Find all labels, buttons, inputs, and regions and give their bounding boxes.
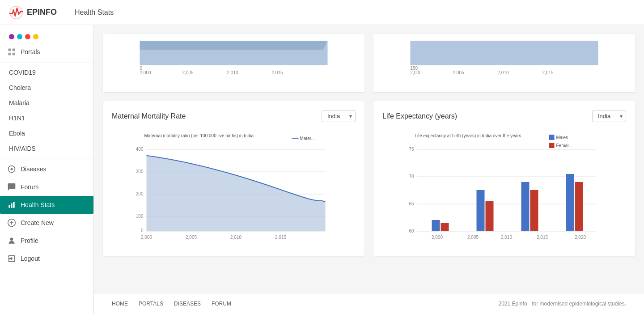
sidebar-dots [0, 29, 93, 43]
sidebar-disease-covid19[interactable]: COVID19 [0, 65, 93, 80]
logout-icon [7, 254, 16, 263]
svg-text:0: 0 [140, 66, 143, 71]
svg-text:2,000: 2,000 [411, 70, 422, 75]
svg-text:100: 100 [136, 214, 144, 219]
top-chart-left: 2,000 2,005 2,010 2,015 0 [103, 34, 364, 92]
svg-rect-45 [549, 143, 555, 148]
sidebar-dot [9, 34, 14, 39]
svg-text:2,000: 2,000 [140, 70, 151, 75]
svg-rect-62 [575, 182, 583, 231]
sidebar-item-portals[interactable]: Portals [0, 43, 93, 61]
svg-rect-7 [11, 204, 12, 208]
health-stats-label: Health Stats [21, 201, 55, 208]
diseases-icon [7, 165, 16, 174]
svg-text:2,005: 2,005 [186, 235, 197, 240]
sidebar-disease-cholera[interactable]: Cholera [0, 80, 93, 95]
svg-text:2,000: 2,000 [141, 235, 152, 240]
svg-text:Life expectancy at birth (year: Life expectancy at birth (years) in Indi… [415, 133, 523, 138]
svg-rect-59 [521, 182, 530, 231]
sidebar-item-diseases[interactable]: Diseases [0, 160, 93, 178]
svg-text:2,010: 2,010 [230, 235, 242, 240]
svg-text:2,015: 2,015 [275, 235, 286, 240]
maternal-dropdown-wrapper[interactable]: India China USA Brazil [322, 110, 356, 122]
svg-rect-60 [530, 190, 538, 231]
svg-rect-8 [13, 202, 14, 208]
svg-text:60: 60 [409, 229, 414, 233]
profile-label: Profile [21, 237, 38, 244]
sidebar-item-forum[interactable]: Forum [0, 178, 93, 196]
svg-text:2,005: 2,005 [182, 70, 194, 75]
svg-text:2,015: 2,015 [537, 235, 548, 240]
sidebar-dot [25, 34, 30, 39]
maternal-chart-svg: Maternal mortality ratio (per 100 000 li… [112, 129, 356, 246]
svg-rect-19 [411, 41, 598, 65]
forum-icon [7, 182, 16, 191]
profile-icon [7, 236, 16, 245]
svg-text:2,015: 2,015 [542, 70, 554, 75]
svg-rect-3 [8, 53, 11, 55]
svg-rect-2 [13, 49, 15, 51]
svg-rect-1 [8, 49, 11, 51]
diseases-label: Diseases [21, 165, 47, 173]
svg-text:2,000: 2,000 [432, 235, 443, 240]
footer-link-diseases[interactable]: DISEASES [174, 301, 201, 307]
sidebar-item-health-stats[interactable]: Health Stats [0, 196, 93, 214]
app-name: EPINFO [27, 8, 57, 17]
svg-text:2,010: 2,010 [501, 235, 512, 240]
layout: Portals COVID19 Cholera Malaria H1N1 Ebo… [0, 25, 644, 293]
sidebar-dot [33, 34, 38, 39]
create-icon [7, 218, 16, 227]
svg-text:75: 75 [409, 147, 414, 152]
svg-rect-57 [477, 190, 485, 231]
top-chart-left-svg: 2,000 2,005 2,010 2,015 0 [112, 38, 356, 79]
svg-text:2,020: 2,020 [575, 235, 586, 240]
life-expectancy-country-select[interactable]: India China USA Brazil [592, 110, 626, 122]
life-expectancy-header: Life Expectancy (years) India China USA … [382, 110, 626, 122]
logout-label: Logout [21, 255, 40, 262]
life-expectancy-card: Life Expectancy (years) India China USA … [373, 101, 635, 256]
main-charts-grid: Maternal Mortality Rate India China USA … [103, 101, 635, 256]
sidebar-disease-ebola[interactable]: Ebola [0, 126, 93, 141]
sidebar-divider-2 [0, 158, 93, 158]
footer: HOME PORTALS DISEASES FORUM 2021 Epinfo … [94, 293, 644, 314]
svg-rect-6 [8, 205, 10, 208]
svg-text:2,005: 2,005 [453, 70, 464, 75]
svg-point-5 [11, 168, 13, 170]
top-chart-right-svg: 2,000 2,005 2,010 2,015 150 [382, 38, 626, 79]
logo-icon [9, 5, 23, 20]
svg-text:2,010: 2,010 [498, 70, 509, 75]
svg-rect-4 [13, 53, 15, 55]
life-expectancy-chart-svg: Life expectancy at birth (years) in Indi… [382, 129, 626, 246]
maternal-header: Maternal Mortality Rate India China USA … [112, 110, 356, 122]
portals-label: Portals [21, 48, 40, 55]
footer-link-forum[interactable]: FORUM [212, 301, 231, 307]
footer-copyright: 2021 Epinfo - for modernised epidemiolog… [499, 301, 627, 307]
svg-text:300: 300 [136, 169, 144, 174]
svg-text:65: 65 [409, 201, 414, 206]
svg-text:Femal...: Femal... [556, 143, 572, 148]
maternal-country-select[interactable]: India China USA Brazil [322, 110, 356, 122]
main-content: 2,000 2,005 2,010 2,015 0 2,000 2,005 2,… [94, 25, 644, 293]
create-new-label: Create New [21, 219, 54, 226]
top-charts-row: 2,000 2,005 2,010 2,015 0 2,000 2,005 2,… [103, 34, 635, 92]
footer-link-portals[interactable]: PORTALS [139, 301, 163, 307]
app-logo[interactable]: EPINFO [9, 5, 57, 20]
svg-text:70: 70 [409, 174, 414, 179]
maternal-title: Maternal Mortality Rate [112, 112, 186, 120]
sidebar-divider-1 [0, 63, 93, 63]
footer-link-home[interactable]: HOME [112, 301, 128, 307]
sidebar-disease-malaria[interactable]: Malaria [0, 95, 93, 110]
sidebar-disease-h1n1[interactable]: H1N1 [0, 110, 93, 126]
sidebar-item-create-new[interactable]: Create New [0, 214, 93, 232]
sidebar-item-logout[interactable]: Logout [0, 250, 93, 267]
portals-icon [7, 47, 16, 56]
life-expectancy-dropdown-wrapper[interactable]: India China USA Brazil [592, 110, 626, 122]
stats-icon [7, 200, 16, 209]
svg-text:2,005: 2,005 [467, 235, 479, 240]
svg-text:2,015: 2,015 [272, 70, 283, 75]
svg-point-12 [10, 238, 13, 241]
svg-text:Mater...: Mater... [300, 136, 315, 141]
sidebar-disease-hivaids[interactable]: HIV/AIDS [0, 141, 93, 156]
sidebar-item-profile[interactable]: Profile [0, 232, 93, 250]
footer-links: HOME PORTALS DISEASES FORUM [112, 301, 231, 307]
